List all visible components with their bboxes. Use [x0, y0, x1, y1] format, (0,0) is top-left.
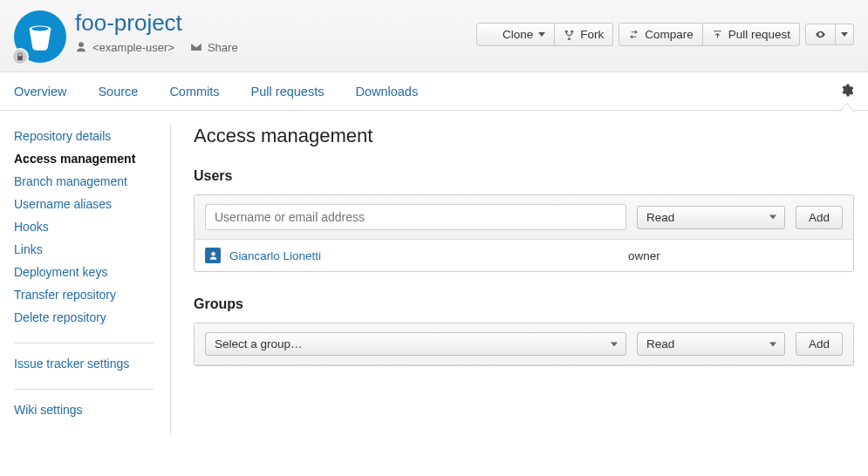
- repo-owner-label: <example-user>: [92, 41, 174, 54]
- watch-button[interactable]: [805, 24, 836, 45]
- repo-owner[interactable]: <example-user>: [75, 41, 174, 54]
- compare-icon: [628, 29, 639, 40]
- upload-icon: [712, 29, 723, 40]
- chevron-down-icon: [538, 32, 545, 37]
- pull-request-label: Pull request: [728, 28, 790, 41]
- watch-dropdown[interactable]: [836, 24, 854, 45]
- sidebar-item-branch-management[interactable]: Branch management: [14, 170, 154, 193]
- chevron-down-icon: [841, 32, 848, 37]
- compare-label: Compare: [645, 28, 694, 41]
- user-icon: [205, 248, 221, 263]
- download-icon: [486, 29, 497, 40]
- mail-icon: [190, 41, 202, 53]
- pull-request-button[interactable]: Pull request: [703, 23, 800, 46]
- users-panel: Read Add Giancarlo Lionettiowner: [194, 194, 854, 272]
- repo-avatar: [14, 10, 66, 63]
- settings-sidebar: Repository detailsAccess managementBranc…: [14, 125, 171, 435]
- users-heading: Users: [194, 168, 854, 184]
- nav-commits[interactable]: Commits: [169, 85, 219, 99]
- clone-label: Clone: [502, 28, 533, 41]
- user-permission-selected: Read: [646, 211, 674, 224]
- user-search-input[interactable]: [205, 204, 626, 230]
- sidebar-item-wiki-settings[interactable]: Wiki settings: [14, 398, 154, 421]
- user-role: owner: [628, 249, 785, 262]
- fork-button[interactable]: Fork: [555, 23, 613, 46]
- group-select-placeholder: Select a group…: [215, 337, 303, 350]
- sidebar-item-username-aliases[interactable]: Username aliases: [14, 193, 154, 215]
- nav-source[interactable]: Source: [98, 85, 138, 99]
- user-icon: [75, 41, 87, 53]
- repo-toolbar: Clone Fork Compare Pull request: [476, 23, 854, 46]
- sidebar-item-links[interactable]: Links: [14, 238, 154, 261]
- sidebar-item-deployment-keys[interactable]: Deployment keys: [14, 261, 154, 283]
- sidebar-item-hooks[interactable]: Hooks: [14, 215, 154, 238]
- groups-heading: Groups: [194, 296, 854, 312]
- fork-label: Fork: [580, 28, 604, 41]
- bucket-icon: [24, 21, 56, 52]
- nav-pull-requests[interactable]: Pull requests: [251, 85, 325, 99]
- group-permission-selected: Read: [646, 337, 674, 350]
- lock-icon: [11, 48, 29, 65]
- share-label: Share: [208, 41, 238, 54]
- chevron-down-icon: [769, 342, 776, 346]
- sidebar-item-issue-tracker-settings[interactable]: Issue tracker settings: [14, 352, 154, 375]
- sidebar-item-repository-details[interactable]: Repository details: [14, 125, 154, 147]
- page-title: Access management: [194, 125, 854, 147]
- sidebar-item-delete-repository[interactable]: Delete repository: [14, 306, 154, 329]
- sidebar-item-transfer-repository[interactable]: Transfer repository: [14, 283, 154, 306]
- groups-panel: Select a group… Read Add: [194, 323, 854, 366]
- chevron-down-icon: [769, 215, 776, 220]
- svg-point-1: [31, 27, 48, 31]
- nav-downloads[interactable]: Downloads: [355, 85, 418, 99]
- user-row: Giancarlo Lionettiowner: [195, 240, 853, 271]
- sidebar-item-access-management[interactable]: Access management: [14, 147, 154, 170]
- user-name-link[interactable]: Giancarlo Lionetti: [229, 249, 619, 262]
- share-button[interactable]: Share: [190, 41, 238, 54]
- clone-button[interactable]: Clone: [476, 23, 555, 46]
- fork-icon: [564, 29, 575, 40]
- settings-button[interactable]: [839, 83, 854, 100]
- chevron-down-icon: [611, 342, 618, 346]
- gear-icon: [839, 83, 854, 98]
- eye-icon: [815, 29, 826, 40]
- group-select[interactable]: Select a group…: [205, 332, 626, 356]
- add-user-button[interactable]: Add: [796, 206, 843, 229]
- nav-overview[interactable]: Overview: [14, 85, 66, 99]
- user-permission-select[interactable]: Read: [637, 206, 785, 229]
- add-group-button[interactable]: Add: [796, 332, 843, 356]
- group-permission-select[interactable]: Read: [637, 332, 785, 356]
- compare-button[interactable]: Compare: [619, 23, 703, 46]
- repo-title[interactable]: foo-project: [75, 10, 238, 36]
